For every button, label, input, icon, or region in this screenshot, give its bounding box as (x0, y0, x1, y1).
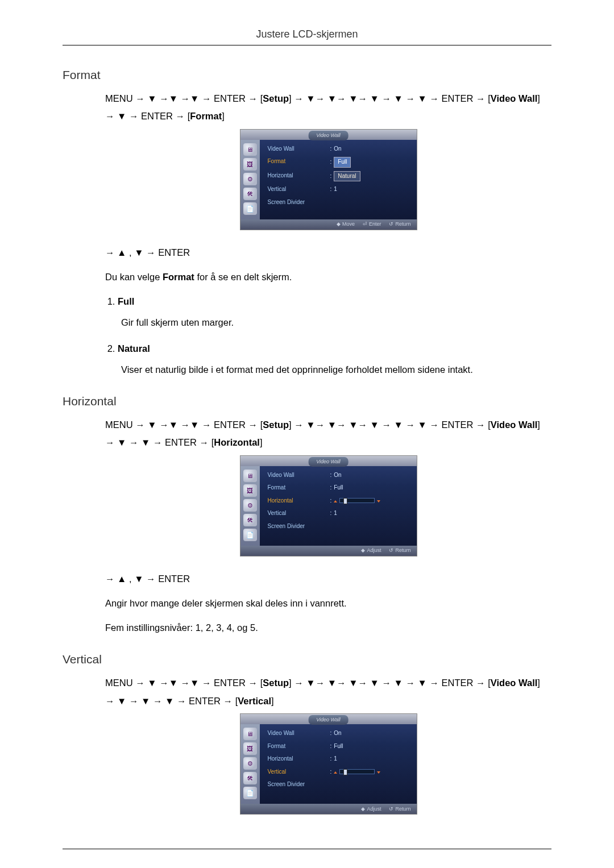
osd-icon: ⚙ (243, 757, 257, 770)
menu-path-format: MENU → ▼ →▼ →▼ → ENTER → [Setup] → ▼→ ▼→… (105, 90, 551, 126)
list-item-desc: Gir full skjerm uten marger. (121, 315, 551, 330)
osd-nav-hints: ◆Adjust ↺Return (240, 546, 417, 556)
osd-label: Video Wall (268, 471, 330, 480)
osd-icon: 🛠 (243, 188, 257, 200)
osd-label: Horizontal (268, 171, 330, 182)
osd-icon: 🖼 (243, 742, 257, 755)
post-nav-line: → ▲ , ▼ → ENTER (105, 571, 551, 587)
osd-title: Video Wall (308, 131, 349, 140)
path-text: ] (222, 111, 225, 121)
path-text: → ▼ → ▼ → ▼ → ENTER → [ (105, 696, 238, 706)
osd-side-icons: 🖥 🖼 ⚙ 🛠 📄 (240, 140, 260, 219)
osd-side-icons: 🖥 🖼 ⚙ 🛠 📄 (240, 466, 260, 546)
return-icon: ↺ (389, 546, 393, 555)
list-item-desc: Viser et naturlig bilde i et format med … (121, 362, 551, 377)
osd-value: : Full (330, 483, 343, 493)
path-text: MENU → ▼ →▼ →▼ → ENTER → [ (105, 93, 263, 103)
osd-side-icons: 🖥 🖼 ⚙ 🛠 📄 (240, 724, 260, 804)
path-bracket-videowall: Video Wall (491, 678, 538, 688)
path-text: → ▼ → ▼ → ENTER → [ (105, 437, 214, 447)
section-heading-format: Format (63, 68, 551, 82)
path-text: ] (537, 420, 540, 430)
osd-icon: ⚙ (243, 499, 257, 512)
osd-label: Video Wall (268, 144, 330, 154)
osd-label: Screen Divider (268, 522, 330, 531)
triangle-down-icon (377, 767, 380, 777)
osd-value: : 1 (330, 185, 337, 194)
format-option-list: Full Gir full skjerm uten marger. Natura… (105, 294, 551, 377)
path-text: ] (260, 437, 263, 447)
post-nav-line: → ▲ , ▼ → ENTER (105, 245, 551, 260)
osd-value: : On (330, 729, 342, 738)
horizontal-para1: Angir hvor mange deler skjermen skal del… (105, 596, 551, 611)
osd-label: Format (268, 742, 330, 751)
osd-label: Screen Divider (268, 780, 330, 790)
osd-icon: 🖼 (243, 158, 257, 171)
osd-icon: 🖥 (243, 728, 257, 740)
osd-value: : On (330, 471, 342, 480)
triangle-down-icon (377, 496, 380, 506)
osd-label-selected: Format (268, 157, 330, 168)
osd-option-selected: Full (334, 157, 351, 168)
osd-value: : On (330, 144, 342, 154)
osd-nav-hints: ◆Move ⏎Enter ↺Return (240, 219, 417, 230)
path-text: → ▼ → ENTER → [ (105, 111, 190, 121)
menu-path-horizontal: MENU → ▼ →▼ →▼ → ENTER → [Setup] → ▼→ ▼→… (105, 416, 551, 452)
updown-icon: ◆ (361, 546, 365, 555)
osd-icon: 🛠 (243, 514, 257, 526)
osd-slider (339, 769, 375, 774)
osd-title: Video Wall (308, 457, 349, 467)
osd-label: Vertical (268, 509, 330, 518)
path-text: ] (537, 93, 540, 103)
updown-icon: ◆ (361, 805, 365, 813)
triangle-up-icon (334, 496, 337, 506)
osd-screenshot-horizontal: Video Wall 🖥 🖼 ⚙ 🛠 📄 Video Wall: On Form… (105, 455, 551, 556)
osd-label: Horizontal (268, 754, 330, 764)
osd-icon: ⚙ (243, 173, 257, 185)
osd-label: Vertical (268, 185, 330, 194)
osd-value: : 1 (330, 754, 337, 764)
path-bracket-format: Format (190, 111, 222, 121)
format-intro: Du kan velge Format for å se en delt skj… (105, 269, 551, 285)
osd-value: : Full (330, 157, 351, 168)
osd-icon: 🖥 (243, 143, 257, 156)
menu-path-vertical: MENU → ▼ →▼ →▼ → ENTER → [Setup] → ▼→ ▼→… (105, 674, 551, 710)
osd-value-slider: : (330, 496, 381, 506)
osd-label: Video Wall (268, 729, 330, 738)
osd-icon: 🖼 (243, 484, 257, 497)
osd-icon: 📄 (243, 529, 257, 541)
path-text: MENU → ▼ →▼ →▼ → ENTER → [ (105, 420, 263, 430)
path-bracket-setup: Setup (263, 678, 289, 688)
osd-label: Screen Divider (268, 198, 330, 207)
path-text: ] → ▼→ ▼→ ▼→ ▼ → ▼ → ▼ → ENTER → [ (289, 678, 491, 688)
osd-option: Natural (334, 171, 360, 182)
path-bracket-setup: Setup (263, 420, 289, 430)
path-text: ] → ▼→ ▼→ ▼→ ▼ → ▼ → ▼ → ENTER → [ (289, 93, 491, 103)
path-text: ] (537, 678, 540, 688)
osd-icon: 📄 (243, 787, 257, 799)
osd-title: Video Wall (308, 715, 349, 725)
path-bracket-videowall: Video Wall (491, 93, 538, 103)
path-bracket-horizontal: Horizontal (214, 437, 260, 447)
path-text: ] → ▼→ ▼→ ▼→ ▼ → ▼ → ▼ → ENTER → [ (289, 420, 491, 430)
path-text: MENU → ▼ →▼ →▼ → ENTER → [ (105, 678, 263, 688)
horizontal-para2: Fem instillingsnivåer: 1, 2, 3, 4, og 5. (105, 620, 551, 636)
section-heading-vertical: Vertical (63, 653, 551, 666)
osd-label-selected: Vertical (268, 767, 330, 777)
footer-divider (63, 849, 551, 849)
osd-label-selected: Horizontal (268, 496, 330, 506)
path-bracket-vertical: Vertical (238, 696, 271, 706)
updown-icon: ◆ (337, 220, 341, 229)
triangle-up-icon (334, 767, 337, 777)
osd-icon: 🖥 (243, 470, 257, 482)
osd-value: : Full (330, 742, 343, 751)
enter-icon: ⏎ (363, 220, 367, 229)
osd-screenshot-vertical: Video Wall 🖥 🖼 ⚙ 🛠 📄 Video Wall: On Form… (105, 713, 551, 815)
path-bracket-setup: Setup (263, 93, 289, 103)
page-header: Justere LCD-skjermen (63, 28, 551, 45)
osd-label: Format (268, 483, 330, 493)
section-heading-horizontal: Horizontal (63, 394, 551, 408)
return-icon: ↺ (389, 220, 393, 229)
osd-value: : 1 (330, 509, 337, 518)
osd-screenshot-format: Video Wall 🖥 🖼 ⚙ 🛠 📄 Video Wall: On Form… (105, 129, 551, 230)
